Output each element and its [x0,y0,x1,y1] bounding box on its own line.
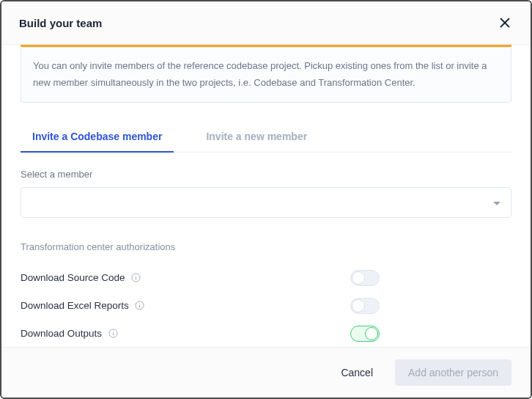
info-text: You can only invite members of the refer… [33,58,499,92]
close-icon [500,19,510,30]
tabs: Invite a Codebase member Invite a new me… [21,123,511,153]
tab-invite-new-member[interactable]: Invite a new member [194,123,319,153]
toggle-download-source-code[interactable] [350,270,380,286]
modal-body: You can only invite members of the refer… [1,45,531,347]
toggle-download-excel-reports[interactable] [350,298,380,314]
tab-invite-codebase-member[interactable]: Invite a Codebase member [21,123,174,153]
close-button[interactable] [497,15,513,31]
svg-point-4 [136,275,136,276]
modal-title: Build your team [19,17,102,29]
select-member-dropdown[interactable] [21,187,511,218]
chevron-down-icon [493,196,500,209]
auth-label: Download Outputs [21,328,102,339]
svg-point-7 [139,303,140,304]
auth-row-download-outputs: Download Outputs [21,320,380,348]
info-box: You can only invite members of the refer… [21,47,511,103]
info-icon[interactable] [131,273,141,283]
auth-row-download-excel-reports: Download Excel Reports [21,292,380,320]
toggle-download-outputs[interactable] [350,326,380,342]
build-team-modal: Build your team You can only invite memb… [0,0,532,399]
auth-label: Download Excel Reports [21,300,129,311]
add-another-person-button[interactable]: Add another person [395,359,511,386]
auth-label: Download Source Code [21,272,125,283]
auth-row-download-source-code: Download Source Code [21,264,380,292]
info-icon[interactable] [135,301,145,311]
svg-point-10 [113,331,114,332]
select-member-label: Select a member [21,169,511,180]
auth-section-label: Transformation center authorizations [21,241,511,252]
modal-header: Build your team [1,1,531,45]
info-icon[interactable] [108,329,118,339]
modal-footer: Cancel Add another person [1,347,531,398]
cancel-button[interactable]: Cancel [328,359,386,386]
